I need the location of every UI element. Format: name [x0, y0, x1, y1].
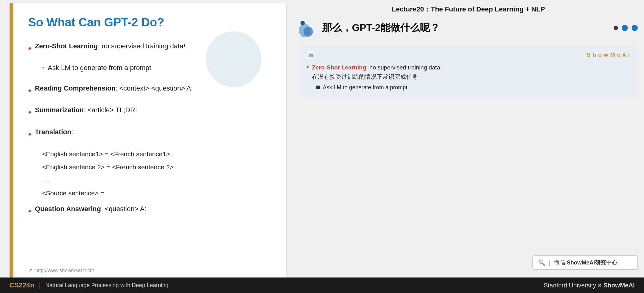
search-divider: | — [549, 260, 550, 266]
bullet-item-summarization: • Summarization: <article> TL;DR: — [28, 104, 271, 120]
bullet-dot-2: • — [28, 83, 31, 98]
bullet-text-2: Reading Comprehension: <context> <questi… — [35, 82, 193, 95]
bullet-colon-4: : — [71, 128, 73, 136]
slide-footer: ↗ http://www.showmeai.tech/ — [28, 267, 94, 274]
showmeai-bottom-label: ShowMeAI — [603, 282, 635, 289]
main-area: So What Can GPT-2 Do? • Zero-Shot Learni… — [0, 0, 644, 277]
spacer-2 — [28, 200, 271, 203]
nav-dot-3 — [632, 25, 638, 31]
trans-line-4: <Source sentence> = — [42, 187, 271, 200]
card-header: 🤖 S h o w M e A I — [307, 52, 630, 58]
card-bullet-content: Zero-Shot Learning: no supervised traini… — [312, 63, 442, 82]
ai-badge: 🤖 — [307, 52, 315, 58]
bullet-desc-1: : no supervised training data! — [98, 42, 186, 50]
card-no-supervised: : no supervised training data! — [366, 64, 442, 71]
bullet-text-4: Translation: — [35, 126, 73, 138]
bullet-text-5: Question Answering: <question> A: — [35, 203, 147, 215]
bullet-label-4: Translation — [35, 128, 71, 136]
bullet-dot-3: • — [28, 104, 31, 120]
dashed-arrow — [255, 51, 317, 52]
bottom-bar-divider: | — [39, 281, 41, 289]
left-slide-content: So What Can GPT-2 Do? • Zero-Shot Learni… — [10, 3, 286, 280]
card-zero-shot-label: Zero-Shot Learning — [312, 64, 366, 71]
translation-lines: <English sentence1> = <French sentence1>… — [42, 148, 271, 200]
svg-point-3 — [304, 27, 313, 37]
card-chinese-text: 在没有接受过训练的情况下常识完成任务 — [312, 73, 418, 80]
explanation-card: 🤖 S h o w M e A I • Zero-Shot Learning: … — [299, 45, 638, 98]
sub-text-1: Ask LM to generate from a prompt — [48, 62, 151, 74]
bullet-dot-4: • — [28, 127, 31, 142]
trans-line-3: ..... — [42, 174, 271, 187]
nav-dot-2 — [622, 25, 628, 31]
bullet-text-3: Summarization: <article> TL;DR: — [35, 104, 137, 116]
svg-point-4 — [300, 21, 305, 25]
footer-url: http://www.showmeai.tech/ — [35, 268, 94, 273]
bullet-label-5: Question Answering — [35, 205, 101, 213]
bottom-left: CS224n | Natural Language Processing wit… — [9, 281, 169, 289]
trans-line-1: <English sentence1> = <French sentence1> — [42, 148, 271, 161]
decorative-circle — [206, 31, 261, 87]
slide-title: So What Can GPT-2 Do? — [28, 16, 271, 29]
bullet-label-3: Summarization — [35, 106, 84, 114]
bottom-bar: CS224n | Natural Language Processing wit… — [0, 277, 644, 293]
trans-line-2: <English sentence 2> = <French sentence … — [42, 161, 271, 174]
bullet-dot-1: • — [28, 41, 31, 56]
cs224n-label: CS224n — [9, 281, 34, 289]
search-box[interactable]: 🔍 | 微信 ShowMeAI研究中心 — [532, 255, 638, 270]
sub-dot-1: • — [42, 63, 44, 73]
card-sub-item: Ask LM to generate from a prompt — [316, 84, 630, 91]
search-text: 微信 ShowMeAI研究中心 — [554, 259, 617, 266]
card-bullet-dot: • — [307, 64, 309, 71]
card-sub-square — [316, 86, 320, 89]
search-bar-container: 🔍 | 微信 ShowMeAI研究中心 — [299, 255, 638, 270]
right-panel-title: 那么，GPT-2能做什么呢？ — [322, 21, 440, 35]
right-header: 那么，GPT-2能做什么呢？ — [299, 19, 638, 37]
bullet-desc-5: : <question> A: — [101, 205, 147, 213]
nav-dots — [614, 25, 638, 31]
lecture-title: Lecture20：The Future of Deep Learning + … — [299, 5, 638, 14]
cursor-icon: ↗ — [28, 267, 33, 274]
stanford-university-text: Stanford University — [544, 282, 596, 289]
left-slide-panel: So What Can GPT-2 Do? • Zero-Shot Learni… — [9, 3, 287, 281]
nav-dot-1 — [614, 26, 618, 30]
search-icon: 🔍 — [538, 259, 545, 266]
card-sub-text: Ask LM to generate from a prompt — [323, 84, 407, 91]
bullet-dot-5: • — [28, 203, 31, 219]
bullet-label-1: Zero-Shot Learning — [35, 42, 98, 50]
bullet-label-2: Reading Comprehension — [35, 84, 116, 92]
right-panel: Lecture20：The Future of Deep Learning + … — [293, 0, 644, 277]
card-bullet-1: • Zero-Shot Learning: no supervised trai… — [307, 63, 630, 82]
wave-icon — [299, 19, 318, 37]
bottom-subtitle: Natural Language Processing with Deep Le… — [45, 282, 168, 289]
bullet-desc-3: : <article> TL;DR: — [84, 106, 137, 114]
showmeai-card-label: S h o w M e A I — [587, 52, 630, 58]
x-symbol: × — [598, 282, 602, 289]
bullet-desc-2: : <context> <question> A: — [116, 84, 193, 92]
bullet-text-1: Zero-Shot Learning: no supervised traini… — [35, 40, 185, 52]
bullet-item-qa: • Question Answering: <question> A: — [28, 203, 271, 219]
bullet-item-translation: • Translation: <English sentence1> = <Fr… — [28, 126, 271, 200]
bottom-right: Stanford University × ShowMeAI — [544, 282, 635, 289]
